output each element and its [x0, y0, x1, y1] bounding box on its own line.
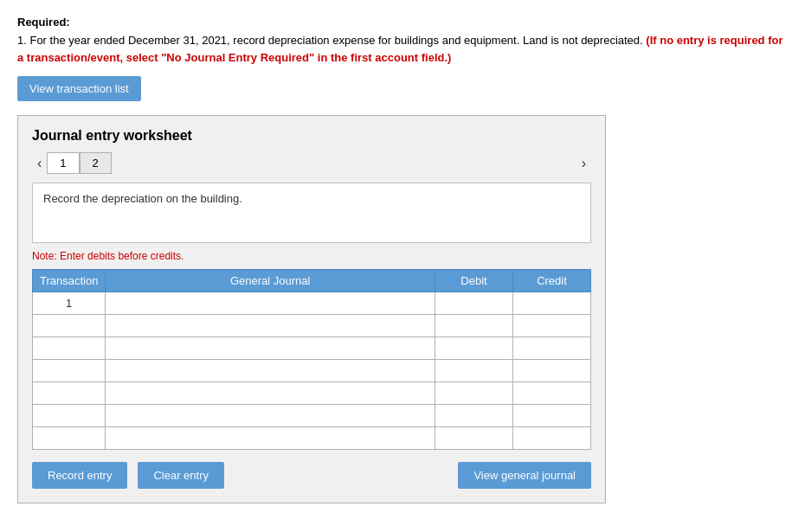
- cell-credit[interactable]: [513, 315, 591, 337]
- instruction-bold: 1. For the year ended December 31, 2021,…: [17, 34, 643, 47]
- table-row: [33, 315, 591, 337]
- cell-transaction: [33, 337, 106, 360]
- credit-input[interactable]: [513, 382, 590, 404]
- cell-transaction: 1: [33, 292, 106, 315]
- cell-debit[interactable]: [435, 292, 513, 315]
- debit-input[interactable]: [435, 315, 512, 337]
- cell-transaction: [33, 427, 106, 450]
- journal-table: Transaction General Journal Debit Credit…: [32, 269, 591, 450]
- journal-input[interactable]: [106, 427, 435, 449]
- required-label: Required:: [17, 16, 788, 29]
- table-row: [33, 337, 591, 360]
- journal-input[interactable]: [106, 315, 435, 337]
- col-header-credit: Credit: [513, 270, 591, 292]
- cell-debit[interactable]: [435, 405, 513, 427]
- cell-general-journal[interactable]: [106, 315, 435, 337]
- view-general-journal-button[interactable]: View general journal: [458, 462, 591, 489]
- worksheet-container: Journal entry worksheet ‹ 1 2 › Record t…: [17, 115, 606, 503]
- cell-credit[interactable]: [513, 337, 591, 360]
- cell-credit[interactable]: [513, 427, 591, 450]
- table-row: [33, 360, 591, 382]
- debit-input[interactable]: [435, 405, 512, 426]
- cell-general-journal[interactable]: [106, 337, 435, 360]
- instruction: 1. For the year ended December 31, 2021,…: [17, 32, 788, 66]
- cell-transaction: [33, 315, 106, 337]
- cell-transaction: [33, 360, 106, 382]
- debit-input[interactable]: [435, 337, 512, 359]
- cell-general-journal[interactable]: [106, 292, 435, 315]
- record-entry-button[interactable]: Record entry: [32, 462, 127, 489]
- journal-input[interactable]: [106, 382, 435, 404]
- cell-debit[interactable]: [435, 337, 513, 360]
- nav-row: ‹ 1 2 ›: [32, 152, 591, 174]
- journal-input[interactable]: [106, 405, 435, 426]
- bottom-buttons: Record entry Clear entry View general jo…: [32, 462, 591, 489]
- credit-input[interactable]: [513, 337, 590, 359]
- nav-next-arrow[interactable]: ›: [576, 154, 591, 173]
- cell-debit[interactable]: [435, 315, 513, 337]
- cell-debit[interactable]: [435, 360, 513, 382]
- worksheet-title: Journal entry worksheet: [32, 128, 591, 144]
- credit-input[interactable]: [513, 315, 590, 337]
- debit-input[interactable]: [435, 360, 512, 381]
- journal-input[interactable]: [106, 360, 435, 381]
- cell-transaction: [33, 405, 106, 427]
- cell-general-journal[interactable]: [106, 405, 435, 427]
- clear-entry-button[interactable]: Clear entry: [138, 462, 224, 489]
- journal-input[interactable]: [106, 337, 435, 359]
- cell-general-journal[interactable]: [106, 382, 435, 405]
- tab-2[interactable]: 2: [80, 152, 112, 174]
- note-text: Note: Enter debits before credits.: [32, 250, 591, 262]
- cell-debit[interactable]: [435, 382, 513, 405]
- table-row: [33, 382, 591, 405]
- nav-prev-arrow[interactable]: ‹: [32, 154, 47, 173]
- journal-input[interactable]: [106, 292, 435, 314]
- table-row: [33, 427, 591, 450]
- table-row: [33, 405, 591, 427]
- cell-credit[interactable]: [513, 360, 591, 382]
- cell-general-journal[interactable]: [106, 427, 435, 450]
- col-header-transaction: Transaction: [33, 270, 106, 292]
- cell-debit[interactable]: [435, 427, 513, 450]
- description-box: Record the depreciation on the building.: [32, 183, 591, 243]
- credit-input[interactable]: [513, 292, 590, 314]
- cell-credit[interactable]: [513, 405, 591, 427]
- col-header-debit: Debit: [435, 270, 513, 292]
- debit-input[interactable]: [435, 427, 512, 449]
- cell-credit[interactable]: [513, 292, 591, 315]
- credit-input[interactable]: [513, 405, 590, 426]
- credit-input[interactable]: [513, 427, 590, 449]
- cell-general-journal[interactable]: [106, 360, 435, 382]
- tab-1[interactable]: 1: [47, 152, 79, 174]
- debit-input[interactable]: [435, 292, 512, 314]
- cell-credit[interactable]: [513, 382, 591, 405]
- col-header-journal: General Journal: [106, 270, 435, 292]
- table-row: 1: [33, 292, 591, 315]
- credit-input[interactable]: [513, 360, 590, 381]
- cell-transaction: [33, 382, 106, 405]
- view-transaction-btn[interactable]: View transaction list: [17, 76, 141, 101]
- debit-input[interactable]: [435, 382, 512, 404]
